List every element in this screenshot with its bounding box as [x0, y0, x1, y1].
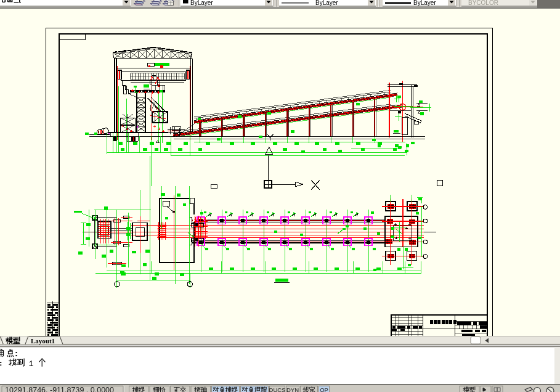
svg-text:ByLayer: ByLayer — [413, 0, 436, 6]
svg-text:1: 1 — [29, 359, 34, 369]
svg-text:BYCOLOR: BYCOLOR — [468, 0, 498, 6]
svg-text:ByLayer: ByLayer — [315, 0, 338, 6]
svg-text:10291.8746, -911.8739 , 0.000: 10291.8746, -911.8739 , 0.0000 — [5, 386, 114, 392]
svg-text:DUCS: DUCS — [269, 386, 286, 392]
svg-text:QP: QP — [320, 386, 328, 392]
svg-text:DYN: DYN — [286, 386, 299, 392]
svg-text:Layout1: Layout1 — [31, 337, 55, 345]
svg-text:ByLayer: ByLayer — [190, 0, 213, 6]
